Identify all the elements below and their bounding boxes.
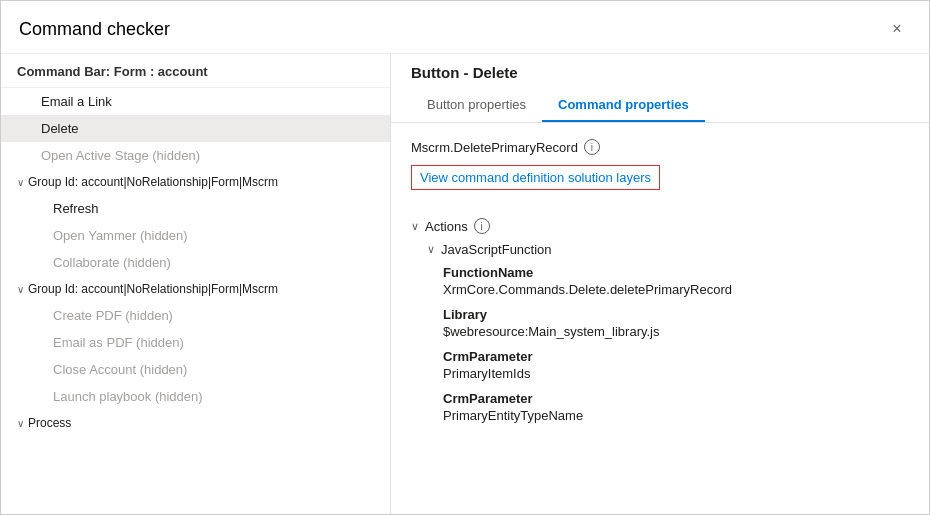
group2-chevron-icon: ∨: [17, 284, 24, 295]
crm-parameter-2-value: PrimaryEntityTypeName: [443, 408, 909, 423]
command-id-row: Mscrm.DeletePrimaryRecord i: [411, 139, 909, 155]
tree-item-create-pdf[interactable]: Create PDF (hidden): [1, 302, 390, 329]
actions-info-icon[interactable]: i: [474, 218, 490, 234]
tree-item-open-active-stage[interactable]: Open Active Stage (hidden): [1, 142, 390, 169]
actions-section-header: ∨ Actions i: [411, 218, 909, 234]
tab-button-properties[interactable]: Button properties: [411, 89, 542, 122]
tree-item-close-account[interactable]: Close Account (hidden): [1, 356, 390, 383]
tree-group-1[interactable]: ∨ Group Id: account|NoRelationship|Form|…: [1, 169, 390, 195]
tree-item-delete[interactable]: Delete: [1, 115, 390, 142]
actions-section-label: Actions: [425, 219, 468, 234]
right-panel-content[interactable]: Mscrm.DeletePrimaryRecord i View command…: [391, 123, 929, 514]
tree-group-2-label: Group Id: account|NoRelationship|Form|Ms…: [28, 282, 278, 296]
tree-item-email-as-pdf[interactable]: Email as PDF (hidden): [1, 329, 390, 356]
dialog-body: Command Bar: Form : account Email a Link…: [1, 54, 929, 514]
tree-group-process[interactable]: ∨ Process: [1, 410, 390, 436]
crm-parameter-1-label: CrmParameter: [443, 349, 909, 364]
view-solution-layers-link[interactable]: View command definition solution layers: [411, 165, 660, 190]
property-function-name: FunctionName XrmCore.Commands.Delete.del…: [443, 265, 909, 297]
actions-chevron-icon: ∨: [411, 220, 419, 233]
right-panel-header: Button - Delete Button properties Comman…: [391, 54, 929, 123]
function-name-label: FunctionName: [443, 265, 909, 280]
javascript-function-subsection: ∨ JavaScriptFunction FunctionName XrmCor…: [427, 242, 909, 423]
tree-group-2[interactable]: ∨ Group Id: account|NoRelationship|Form|…: [1, 276, 390, 302]
library-label: Library: [443, 307, 909, 322]
left-panel-header: Command Bar: Form : account: [1, 54, 390, 88]
javascript-function-header: ∨ JavaScriptFunction: [427, 242, 909, 257]
tree-item-open-yammer[interactable]: Open Yammer (hidden): [1, 222, 390, 249]
left-panel-content[interactable]: Email a Link Delete Open Active Stage (h…: [1, 88, 390, 514]
tree-item-launch-playbook[interactable]: Launch playbook (hidden): [1, 383, 390, 410]
function-name-value: XrmCore.Commands.Delete.deletePrimaryRec…: [443, 282, 909, 297]
right-panel-title: Button - Delete: [411, 64, 909, 81]
command-id-info-icon[interactable]: i: [584, 139, 600, 155]
tree-item-collaborate[interactable]: Collaborate (hidden): [1, 249, 390, 276]
tab-command-properties[interactable]: Command properties: [542, 89, 705, 122]
tree-item-email-a-link[interactable]: Email a Link: [1, 88, 390, 115]
tree-item-refresh[interactable]: Refresh: [1, 195, 390, 222]
crm-parameter-2-label: CrmParameter: [443, 391, 909, 406]
javascript-function-label: JavaScriptFunction: [441, 242, 552, 257]
dialog-header: Command checker ×: [1, 1, 929, 54]
command-checker-dialog: Command checker × Command Bar: Form : ac…: [0, 0, 930, 515]
right-panel: Button - Delete Button properties Comman…: [391, 54, 929, 514]
tabs-container: Button properties Command properties: [411, 89, 909, 122]
left-panel: Command Bar: Form : account Email a Link…: [1, 54, 391, 514]
property-crm-parameter-2: CrmParameter PrimaryEntityTypeName: [443, 391, 909, 423]
tree-group-process-label: Process: [28, 416, 71, 430]
group1-chevron-icon: ∨: [17, 177, 24, 188]
tree-group-1-label: Group Id: account|NoRelationship|Form|Ms…: [28, 175, 278, 189]
js-function-chevron-icon: ∨: [427, 243, 435, 256]
property-library: Library $webresource:Main_system_library…: [443, 307, 909, 339]
property-crm-parameter-1: CrmParameter PrimaryItemIds: [443, 349, 909, 381]
command-id-text: Mscrm.DeletePrimaryRecord: [411, 140, 578, 155]
dialog-title: Command checker: [19, 19, 170, 40]
library-value: $webresource:Main_system_library.js: [443, 324, 909, 339]
crm-parameter-1-value: PrimaryItemIds: [443, 366, 909, 381]
process-chevron-icon: ∨: [17, 418, 24, 429]
close-button[interactable]: ×: [883, 15, 911, 43]
